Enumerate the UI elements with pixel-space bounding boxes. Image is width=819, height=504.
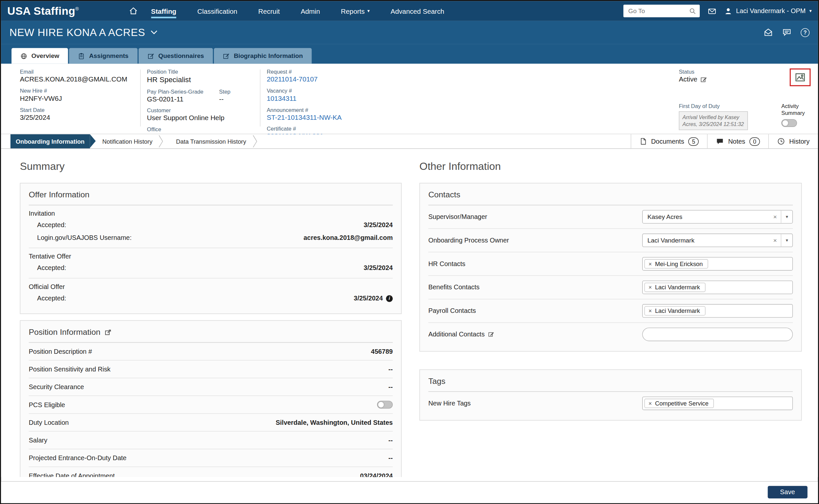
clear-icon[interactable]: × bbox=[769, 213, 781, 220]
chat-icon[interactable] bbox=[782, 28, 791, 37]
customer-label: Customer bbox=[147, 107, 260, 114]
home-icon[interactable] bbox=[129, 7, 137, 15]
benefits-contacts-input[interactable]: ×Laci Vandermark bbox=[642, 280, 793, 294]
onboarding-process-owner-select[interactable]: Laci Vandermark × ▾ bbox=[642, 234, 793, 247]
first-day-of-duty-note: Arrival Verified by Kasey Acres, 3/25/20… bbox=[679, 111, 748, 130]
offer-row: Accepted: 3/25/2024 bbox=[29, 262, 393, 274]
history-icon bbox=[777, 137, 785, 145]
offer-row-label: Login.gov/USAJOBS Username: bbox=[37, 234, 131, 241]
globe-icon bbox=[20, 52, 27, 59]
additional-contacts-input[interactable] bbox=[642, 328, 793, 341]
chevron-down-icon[interactable]: ▾ bbox=[781, 234, 792, 246]
announcement-number-label: Announcement # bbox=[267, 106, 403, 113]
info-icon[interactable] bbox=[386, 295, 393, 302]
subtab-onboarding-information[interactable]: Onboarding Information bbox=[10, 134, 90, 148]
position-row-value: 03/24/2024 bbox=[360, 472, 393, 477]
edit-square-icon bbox=[223, 52, 230, 59]
pcs-eligible-toggle[interactable] bbox=[377, 401, 393, 408]
tags-card: Tags New Hire Tags ×Competitive Service bbox=[419, 369, 802, 421]
app-window: USA Staffing® Staffing Classification Re… bbox=[0, 0, 819, 504]
chevron-down-icon[interactable]: ▾ bbox=[781, 210, 792, 223]
new-hire-photo-highlight[interactable] bbox=[790, 68, 811, 86]
nav-classification[interactable]: Classification bbox=[197, 1, 237, 21]
documents-count-badge: 5 bbox=[688, 137, 699, 146]
topnav-right: Laci Vandermark - OPM ▾ bbox=[624, 5, 811, 17]
remove-tag-icon[interactable]: × bbox=[649, 308, 652, 314]
edit-square-icon bbox=[147, 52, 154, 59]
edit-additional-contacts-icon[interactable] bbox=[488, 331, 494, 337]
remove-tag-icon[interactable]: × bbox=[649, 261, 652, 267]
documents-button[interactable]: Documents 5 bbox=[631, 134, 707, 148]
position-information-card: Position Information Position Descriptio… bbox=[20, 320, 402, 477]
new-hire-number-label: New Hire # bbox=[20, 87, 140, 94]
new-hire-tags-input[interactable]: ×Competitive Service bbox=[642, 397, 793, 410]
open-position-icon[interactable] bbox=[104, 329, 111, 336]
tag-chip: ×Competitive Service bbox=[645, 399, 714, 408]
position-row-pcs-eligible: PCS Eligible bbox=[29, 396, 393, 414]
nav-advanced-search[interactable]: Advanced Search bbox=[391, 1, 444, 21]
request-number-link[interactable]: 20211014-70107 bbox=[267, 75, 403, 84]
tab-overview[interactable]: Overview bbox=[11, 48, 68, 64]
tab-biographic-information[interactable]: Biographic Information bbox=[214, 48, 312, 64]
offer-row-value: acres.kona.2018@gmail.com bbox=[304, 234, 393, 241]
offer-row: Login.gov/USAJOBS Username: acres.kona.2… bbox=[29, 231, 393, 244]
notes-button[interactable]: Notes 0 bbox=[707, 134, 768, 148]
position-row-value: 456789 bbox=[371, 348, 393, 355]
edit-status-icon[interactable] bbox=[701, 76, 707, 83]
brand-logo[interactable]: USA Staffing® bbox=[7, 5, 79, 17]
remove-tag-icon[interactable]: × bbox=[649, 284, 652, 290]
activity-summary-toggle[interactable] bbox=[781, 119, 797, 127]
search-icon[interactable] bbox=[690, 8, 697, 14]
nav-reports[interactable]: Reports▾ bbox=[341, 1, 370, 21]
chevron-down-icon: ▾ bbox=[367, 9, 370, 14]
position-row-value: -- bbox=[389, 437, 393, 444]
supervisor-manager-select[interactable]: Kasey Acres × ▾ bbox=[642, 210, 793, 224]
offer-group-heading: Official Offer bbox=[29, 283, 393, 290]
vacancy-number-label: Vacancy # bbox=[267, 87, 403, 94]
contact-row-label: Onboarding Process Owner bbox=[428, 237, 509, 244]
user-icon bbox=[725, 7, 733, 15]
contact-row: Onboarding Process Owner Laci Vandermark… bbox=[428, 229, 793, 252]
position-row: Position Description #456789 bbox=[29, 343, 393, 360]
email-value: ACRES.KONA.2018@GMAIL.COM bbox=[20, 75, 140, 84]
subtab-data-transmission-history[interactable]: Data Transmission History bbox=[163, 134, 253, 148]
remove-tag-icon[interactable]: × bbox=[649, 400, 652, 406]
contact-row-label: Payroll Contacts bbox=[428, 307, 476, 315]
contacts-title: Contacts bbox=[428, 190, 793, 205]
certificate-number-label: Certificate # bbox=[267, 125, 403, 132]
contact-row: Benefits Contacts ×Laci Vandermark bbox=[428, 276, 793, 299]
offer-group-heading: Invitation bbox=[29, 210, 393, 217]
position-row: Salary-- bbox=[29, 432, 393, 449]
contact-row-label: Supervisor/Manager bbox=[428, 213, 487, 220]
page-title[interactable]: NEW HIRE KONA A ACRES bbox=[9, 27, 157, 39]
history-button[interactable]: History bbox=[768, 134, 818, 148]
other-information-heading: Other Information bbox=[419, 160, 802, 172]
goto-input[interactable] bbox=[628, 7, 690, 15]
tab-questionnaires[interactable]: Questionnaires bbox=[138, 48, 213, 64]
save-button[interactable]: Save bbox=[768, 486, 808, 498]
notes-count-badge: 0 bbox=[750, 137, 760, 146]
nav-staffing[interactable]: Staffing bbox=[151, 1, 176, 21]
mail-icon[interactable] bbox=[708, 7, 717, 15]
nav-recruit[interactable]: Recruit bbox=[258, 1, 280, 21]
main-nav: Staffing Classification Recruit Admin Re… bbox=[151, 1, 465, 21]
contact-chip: ×Mei-Ling Erickson bbox=[645, 259, 708, 269]
nav-admin[interactable]: Admin bbox=[301, 1, 320, 21]
new-hire-info-header: EmailACRES.KONA.2018@GMAIL.COM New Hire … bbox=[1, 64, 818, 135]
user-name: Laci Vandermark - OPM bbox=[736, 7, 806, 14]
contact-row: Payroll Contacts ×Laci Vandermark bbox=[428, 299, 793, 323]
user-menu[interactable]: Laci Vandermark - OPM ▾ bbox=[725, 7, 812, 15]
hr-contacts-input[interactable]: ×Mei-Ling Erickson bbox=[642, 257, 793, 271]
clear-icon[interactable]: × bbox=[769, 237, 781, 244]
payroll-contacts-input[interactable]: ×Laci Vandermark bbox=[642, 304, 793, 318]
mail-open-icon[interactable] bbox=[764, 28, 773, 37]
new-hire-number-value: H2NFY-VW6J bbox=[20, 94, 140, 103]
announcement-number-link[interactable]: ST-21-10134311-NW-KA bbox=[267, 113, 403, 122]
offer-row-value: 3/25/2024 bbox=[364, 264, 393, 272]
office-label: Office bbox=[147, 126, 260, 133]
vacancy-number-link[interactable]: 10134311 bbox=[267, 94, 403, 103]
tab-assignments[interactable]: Assignments bbox=[69, 48, 137, 64]
subtab-notification-history[interactable]: Notification History bbox=[90, 134, 159, 148]
position-title-label: Position Title bbox=[147, 68, 260, 75]
help-icon[interactable] bbox=[801, 28, 810, 37]
